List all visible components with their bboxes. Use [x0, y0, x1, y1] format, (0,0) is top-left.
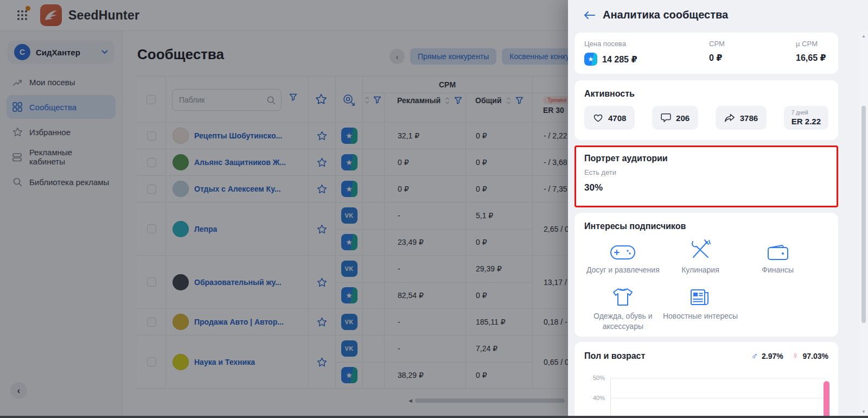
analytics-panel: Аналитика сообщества Цена посева ★ 14 28…: [568, 0, 868, 418]
cpm-value: 0 ₽: [709, 53, 722, 63]
has-children-value: 30%: [584, 182, 828, 193]
interest-label: Досуг и развлечения: [586, 265, 660, 275]
gender-age-chart: 50% 40%: [584, 375, 828, 418]
mu-cpm-value: 16,65 ₽: [796, 53, 826, 63]
comments-count: 206: [676, 113, 690, 123]
likes-pill: 4708: [584, 106, 635, 130]
interest-item: Кулинария: [662, 238, 739, 275]
wallet-icon: [767, 238, 789, 261]
has-children-label: Есть дети: [584, 168, 828, 176]
female-percent: 97.03%: [803, 352, 828, 360]
share-icon: [724, 113, 735, 123]
likes-count: 4708: [608, 113, 626, 123]
er-value: ER 2.22: [792, 117, 821, 126]
metric-label: Цена посева: [584, 40, 709, 48]
metrics-card: Цена посева ★ 14 285 ₽ CPM 0 ₽ µ CPM 16,…: [575, 33, 838, 74]
ytick-40: 40%: [584, 395, 605, 401]
comment-icon: [661, 113, 671, 123]
male-percent: 2.97%: [762, 352, 783, 360]
interests-title: Интересы подписчиков: [584, 221, 816, 231]
interest-label: Новостные интересы: [663, 311, 738, 321]
scrollbar-thumb[interactable]: [861, 106, 866, 323]
male-icon: ♂: [751, 351, 758, 362]
activity-title: Активность: [584, 89, 828, 99]
gamepad-icon: [610, 238, 636, 261]
scroll-up-arrow-icon[interactable]: ▲: [861, 34, 866, 39]
tshirt-icon: [612, 284, 634, 307]
portrait-title: Портрет аудитории: [584, 154, 828, 163]
shares-pill: 3786: [716, 106, 767, 130]
panel-scrollbar[interactable]: ▲ ▼: [859, 31, 868, 418]
window-bottom-edge: [0, 416, 868, 418]
interest-label: Кулинария: [681, 265, 719, 275]
comments-pill: 206: [652, 106, 698, 130]
activity-card: Активность 4708 206: [575, 80, 838, 140]
subscriber-interests-card: Интересы подписчиков Досуг и развлечения…: [575, 213, 838, 337]
dim-overlay: [0, 0, 568, 418]
interest-item: Новостные интересы: [662, 284, 739, 332]
interest-label: Финансы: [762, 265, 794, 275]
audience-portrait-card-highlighted: Портрет аудитории Есть дети 30%: [575, 145, 838, 207]
panel-title: Аналитика сообщества: [603, 9, 728, 21]
gender-age-title: Пол и возраст: [584, 351, 645, 361]
metric-label: CPM: [709, 40, 796, 48]
er-pill: 7 дней ER 2.22: [784, 106, 828, 130]
newspaper-icon: [690, 284, 711, 307]
interest-label: Одежда, обувь и аксессуары: [584, 311, 662, 332]
interest-item: Досуг и развлечения: [584, 238, 662, 275]
metric-label: µ CPM: [796, 40, 826, 48]
interests-grid: Досуг и развлеченияКулинарияФинансыОдежд…: [584, 238, 816, 332]
ytick-50: 50%: [584, 375, 605, 381]
heart-icon: [593, 113, 603, 123]
interest-item: Финансы: [739, 238, 816, 275]
cutlery-icon: [688, 238, 712, 261]
er-period-label: 7 дней: [792, 110, 821, 116]
shares-count: 3786: [740, 113, 758, 123]
star-badge-icon: ★: [584, 53, 597, 66]
female-icon: ♀: [792, 351, 799, 362]
female-bar: [824, 381, 829, 418]
gender-age-card: Пол и возраст ♂ 2.97% ♀ 97.03% 50% 40%: [575, 342, 838, 418]
scroll-down-arrow-icon[interactable]: ▼: [861, 409, 866, 414]
seeding-price-value: 14 285 ₽: [602, 54, 637, 65]
interest-item: Одежда, обувь и аксессуары: [584, 284, 662, 332]
back-arrow-icon[interactable]: [583, 11, 595, 20]
